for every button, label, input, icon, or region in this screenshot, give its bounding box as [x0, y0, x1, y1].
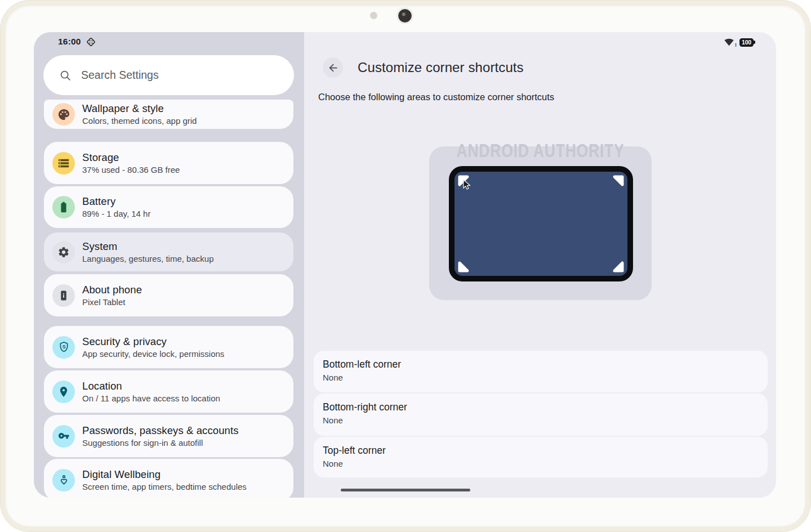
corner-option-label: Bottom-right corner — [323, 401, 759, 413]
sidebar-item-system[interactable]: SystemLanguages, gestures, time, backup — [44, 233, 293, 271]
sidebar-item-texts: SystemLanguages, gestures, time, backup — [82, 240, 213, 264]
phone-icon — [52, 284, 75, 307]
sidebar-item-storage[interactable]: Storage37% used - 80.36 GB free — [44, 142, 293, 184]
sidebar-item-texts: Wallpaper & styleColors, themed icons, a… — [82, 102, 197, 126]
corner-preview-card — [429, 146, 652, 300]
corner-option-value: None — [323, 415, 759, 426]
sidebar-item-sublabel: Screen time, app timers, bedtime schedul… — [82, 482, 247, 492]
key-icon — [52, 425, 75, 448]
palette-icon — [52, 103, 75, 126]
status-time: 16:00 — [58, 37, 81, 47]
sidebar-item-label: Location — [82, 380, 220, 392]
corner-option-value: None — [323, 372, 759, 383]
preview-corner-bottom-right-icon — [611, 260, 626, 274]
storage-icon — [52, 152, 75, 175]
corner-option-top-left-corner[interactable]: Top-left cornerNone — [314, 437, 768, 477]
sidebar-item-sublabel: On / 11 apps have access to location — [82, 394, 220, 404]
sidebar-item-texts: Passwords, passkeys & accountsSuggestion… — [82, 424, 239, 448]
wifi-warning-icon: ! — [724, 38, 735, 47]
battery-indicator: 100 — [739, 38, 754, 47]
watermark-text: ANDROID AUTHORITY — [453, 140, 627, 162]
sidebar-item-sublabel: App security, device lock, permissions — [82, 349, 224, 359]
sidebar-item-label: About phone — [82, 284, 142, 296]
sidebar-item-label: Storage — [82, 151, 180, 163]
preview-corner-top-right-icon — [611, 173, 626, 188]
sidebar-item-sublabel: Colors, themed icons, app grid — [82, 116, 197, 126]
sidebar-item-label: Wallpaper & style — [82, 102, 197, 114]
ambient-sensor-dot — [370, 12, 377, 19]
sidebar-item-battery[interactable]: Battery89% - 1 day, 14 hr — [44, 186, 293, 228]
tablet-device-frame: 16:00 Search Settings — [0, 0, 811, 532]
sidebar-item-sublabel: Suggestions for sign-in & autofill — [82, 438, 239, 448]
wifi-exclamation: ! — [735, 42, 737, 48]
back-button[interactable] — [323, 57, 343, 78]
corner-option-bottom-left-corner[interactable]: Bottom-left cornerNone — [314, 351, 768, 392]
search-icon — [59, 69, 72, 82]
battery-icon — [52, 196, 75, 218]
svg-text:S: S — [62, 344, 65, 350]
sidebar-item-texts: Battery89% - 1 day, 14 hr — [82, 195, 150, 219]
sidebar-item-sublabel: Languages, gestures, time, backup — [82, 254, 213, 264]
sidebar-item-label: Battery — [82, 195, 150, 207]
sidebar-item-texts: About phonePixel Tablet — [82, 284, 142, 307]
corner-option-label: Top-left corner — [323, 444, 759, 457]
front-camera — [398, 9, 412, 23]
status-bar-left: 16:00 — [58, 36, 96, 47]
notification-diamond-icon — [86, 37, 96, 47]
corner-options-list: Bottom-left cornerNoneBottom-right corne… — [314, 351, 768, 479]
sidebar-item-label: System — [82, 240, 213, 252]
wellbeing-icon — [52, 469, 75, 491]
page-title: Customize corner shortcuts — [358, 60, 524, 75]
navigation-handle[interactable] — [341, 489, 470, 491]
back-arrow-icon — [327, 62, 339, 74]
sidebar-item-about-phone[interactable]: About phonePixel Tablet — [44, 274, 293, 316]
sidebar-item-texts: LocationOn / 11 apps have access to loca… — [82, 380, 220, 404]
page-subtitle: Choose the following areas to customize … — [318, 92, 554, 102]
page-header: Customize corner shortcuts — [323, 57, 524, 78]
sidebar-item-security[interactable]: SSecurity & privacyApp security, device … — [44, 326, 293, 368]
screen: 16:00 Search Settings — [34, 32, 776, 498]
battery-percent-text: 100 — [742, 39, 751, 46]
sidebar-item-wellbeing[interactable]: Digital WellbeingScreen time, app timers… — [44, 459, 293, 498]
settings-sidebar: 16:00 Search Settings — [34, 32, 304, 498]
sidebar-item-passwords[interactable]: Passwords, passkeys & accountsSuggestion… — [44, 415, 293, 457]
tablet-preview-illustration — [449, 166, 633, 281]
gear-icon — [52, 241, 75, 263]
sidebar-item-sublabel: 89% - 1 day, 14 hr — [82, 209, 150, 219]
corner-option-label: Bottom-left corner — [323, 358, 759, 370]
mouse-cursor-icon — [462, 179, 472, 190]
sidebar-item-wallpaper[interactable]: Wallpaper & styleColors, themed icons, a… — [44, 100, 293, 129]
sidebar-item-texts: Security & privacyApp security, device l… — [82, 336, 224, 359]
sidebar-item-sublabel: Pixel Tablet — [82, 297, 142, 307]
pin-icon — [52, 381, 75, 403]
status-bar-right: ! 100 — [724, 37, 754, 48]
sidebar-item-texts: Digital WellbeingScreen time, app timers… — [82, 468, 247, 492]
sidebar-item-texts: Storage37% used - 80.36 GB free — [82, 151, 180, 175]
corner-option-value: None — [323, 458, 759, 469]
search-bar[interactable]: Search Settings — [43, 55, 294, 95]
corner-option-bottom-right-corner[interactable]: Bottom-right cornerNone — [314, 394, 768, 436]
settings-menu-list: Wallpaper & styleColors, themed icons, a… — [44, 100, 293, 498]
sidebar-item-label: Passwords, passkeys & accounts — [82, 424, 239, 436]
search-placeholder: Search Settings — [81, 69, 159, 82]
sidebar-item-label: Digital Wellbeing — [82, 468, 247, 480]
tablet-preview-screen — [454, 172, 627, 276]
preview-corner-bottom-left-icon — [456, 260, 471, 274]
sidebar-item-sublabel: 37% used - 80.36 GB free — [82, 165, 180, 175]
content-pane: ! 100 Customize corner shortcuts Choose … — [304, 32, 776, 498]
sidebar-item-label: Security & privacy — [82, 336, 224, 347]
shield-icon: S — [52, 336, 75, 359]
sidebar-item-location[interactable]: LocationOn / 11 apps have access to loca… — [44, 370, 293, 413]
